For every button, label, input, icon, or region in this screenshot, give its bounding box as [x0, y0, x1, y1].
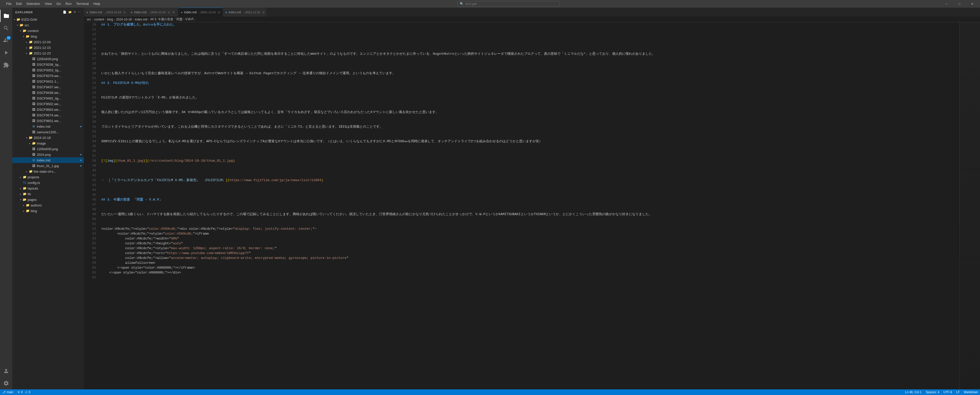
tree-item-label: 2021-12-15 [34, 46, 82, 50]
minimap[interactable] [959, 22, 980, 389]
menu-selection[interactable]: Selection [24, 0, 42, 8]
new-folder-icon[interactable]: 📁 [68, 11, 72, 14]
breadcrumb-file[interactable]: index.md [135, 18, 147, 21]
tree-item-DSCF9502-we---[interactable]: 🖼DSCF9502.we... [12, 101, 84, 107]
editor-container: 1011121314151617181920212223242526272829… [84, 22, 980, 389]
tree-item-the-state-of-s---[interactable]: ▸📁the-state-of-s... [12, 169, 84, 174]
search-box[interactable]: 🔍 [458, 1, 560, 6]
tree-item-content[interactable]: ▾📂content [12, 28, 84, 34]
tree-item-projects[interactable]: ▸📁projects [12, 174, 84, 180]
file-type-icon: 🖼 [32, 91, 36, 95]
tab-close-btn-1[interactable]: ✕ [172, 10, 176, 14]
search-input[interactable] [465, 2, 557, 6]
tree-item-1200x630-png[interactable]: 🖼1200x630.png [12, 56, 84, 62]
tree-item-DSCF9601-we---[interactable]: 🖼DSCF9601.we... [12, 118, 84, 123]
tree-item-2024-10-18[interactable]: ▾📂2024-10-18 [12, 135, 84, 141]
tab-1[interactable]: ●index.md ../2024-10-18 U✕ [128, 8, 178, 17]
code-line-48 [101, 207, 959, 212]
menu-file[interactable]: File [4, 0, 14, 8]
status-errors[interactable]: ✕ 0 ⚠ 0 [18, 390, 30, 394]
breadcrumb-content[interactable]: content [94, 18, 104, 21]
tree-item-blog[interactable]: ▸📁blog [12, 208, 84, 214]
line-num-62: 62 [84, 275, 96, 280]
maximize-button[interactable]: □ [953, 0, 965, 8]
line-num-19: 19 [84, 66, 96, 71]
code-line-35 [101, 144, 959, 149]
menu-view[interactable]: View [43, 0, 54, 8]
tree-item-layouts[interactable]: ▸📁layouts [12, 186, 84, 191]
activity-files[interactable] [0, 10, 12, 22]
status-line-ending[interactable]: LF [956, 390, 960, 394]
file-type-icon: 📁 [25, 203, 30, 207]
tree-item-pages[interactable]: ▾📂pages [12, 197, 84, 202]
tree-item-src[interactable]: ▾📂src [12, 22, 84, 28]
code-line-13 [101, 37, 959, 42]
line-num-17: 17 [84, 56, 96, 61]
activity-source-control[interactable]: 29 [0, 34, 12, 46]
breadcrumb-blog[interactable]: blog [107, 18, 113, 21]
status-line[interactable]: Ln 46, Col 1 [905, 390, 922, 394]
tree-item-authors[interactable]: ▸📁authors [12, 202, 84, 208]
tree-item-image[interactable]: ▸📁image [12, 141, 84, 146]
tree-item-DSCF9379-we---[interactable]: 🖼DSCF9379.we... [12, 73, 84, 78]
file-type-icon: 🖼 [32, 107, 36, 112]
breadcrumb-section[interactable]: ## 3. 今週の音楽「同盟 - V.W.P」 [150, 17, 197, 21]
tree-item-blog[interactable]: ▾📂blog [12, 34, 84, 39]
activity-run[interactable] [0, 46, 12, 59]
status-branch[interactable]: ⎇ main [2, 390, 13, 394]
tree-item-label: layouts [28, 187, 82, 190]
tree-item-DSCF9574-we---[interactable]: 🖼DSCF9574.we... [12, 112, 84, 118]
tree-item-DSCF9492-lig---[interactable]: 🖼DSCF9492_lig... [12, 96, 84, 101]
tree-item-index-md[interactable]: Mindex.md● [12, 123, 84, 129]
tree-item-index-md[interactable]: Mindex.md● [12, 157, 84, 163]
tree-item-config-ts[interactable]: TSconfig.ts [12, 180, 84, 186]
tab-2[interactable]: ●index.md ../2021-12-23 U [178, 8, 223, 17]
tree-item-2021-12-04[interactable]: ▸📁2021-12-04 [12, 39, 84, 45]
activity-settings[interactable] [0, 377, 12, 389]
breadcrumb-src[interactable]: src [87, 18, 91, 21]
status-spaces[interactable]: Spaces: 4 [926, 390, 939, 394]
status-encoding[interactable]: UTF-8 [943, 390, 952, 394]
activity-account[interactable] [0, 365, 12, 377]
tree-item-label: DSCF9574.we... [37, 114, 82, 117]
status-right: Ln 46, Col 1 Spaces: 4 UTF-8 LF Markdown [905, 390, 978, 394]
close-button[interactable]: ✕ [966, 0, 978, 8]
tree-item-2021-12-15[interactable]: ▸📁2021-12-15 [12, 45, 84, 50]
tab-0[interactable]: ●index.md ../2024-10-18 U [84, 8, 128, 17]
code-editor[interactable]: ## 1. ブログを破壊した。Astroを手に入れた。 かねてから「静的サイト」… [99, 22, 959, 389]
tree-item-2024-png[interactable]: 🖼2024.png● [12, 152, 84, 157]
file-type-icon: 🖼 [32, 164, 36, 168]
menu-edit[interactable]: Edit [14, 0, 24, 8]
tab-3[interactable]: ●index.md ../2021-12-15 U [223, 8, 267, 17]
breadcrumb-date[interactable]: 2024-10-18 [116, 18, 132, 21]
tree-item-DSCF9431-1---[interactable]: 🖼DSCF9431-1... [12, 78, 84, 84]
tree-item-DSCF9338-lig---[interactable]: 🖼DSCF9338_lig... [12, 62, 84, 67]
tree-item-DSCF9563-we---[interactable]: 🖼DSCF9563.we... [12, 107, 84, 112]
tree-item-2021-12-23[interactable]: ▸📁2021-12-23 [12, 50, 84, 56]
tree-item-DSCF9353-lig---[interactable]: 🖼DSCF9353_lig... [12, 67, 84, 73]
chevron-icon: ▸ [25, 51, 29, 55]
minimize-button[interactable]: ─ [941, 0, 952, 8]
tree-item-samune1200---[interactable]: 🖼samune1200... [12, 129, 84, 135]
tree-item-lib[interactable]: ▸📁lib [12, 191, 84, 197]
tree-item-1200x630-png[interactable]: 🖼1200x630.png [12, 146, 84, 152]
search-magnifier-icon: 🔍 [460, 2, 464, 6]
code-line-26 [101, 100, 959, 105]
tree-item-EIZO-GAK[interactable]: ▾📂EIZO-GAK [12, 17, 84, 22]
new-file-icon[interactable]: 📄 [63, 11, 67, 14]
tree-item-thum-01-1-jpg[interactable]: 🖼thum_01_1.jpg● [12, 163, 84, 169]
tree-item-DSCF9437-we---[interactable]: 🖼DSCF9437.we... [12, 84, 84, 90]
code-line-47 [101, 202, 959, 207]
collapse-icon[interactable]: ⋯ [78, 11, 81, 14]
menu-run[interactable]: Run [64, 0, 74, 8]
status-language[interactable]: Markdown [964, 390, 978, 394]
refresh-icon[interactable]: ↻ [74, 11, 76, 14]
code-line-29 [101, 115, 959, 120]
activity-extensions[interactable] [0, 59, 12, 71]
menu-go[interactable]: Go [54, 0, 63, 8]
chevron-icon: ▸ [25, 40, 29, 44]
tree-item-DSCF9438-we---[interactable]: 🖼DSCF9438.we... [12, 90, 84, 96]
tree-item-label: blog [31, 209, 82, 213]
activity-search[interactable] [0, 22, 12, 34]
line-num-59: 59 [84, 261, 96, 265]
